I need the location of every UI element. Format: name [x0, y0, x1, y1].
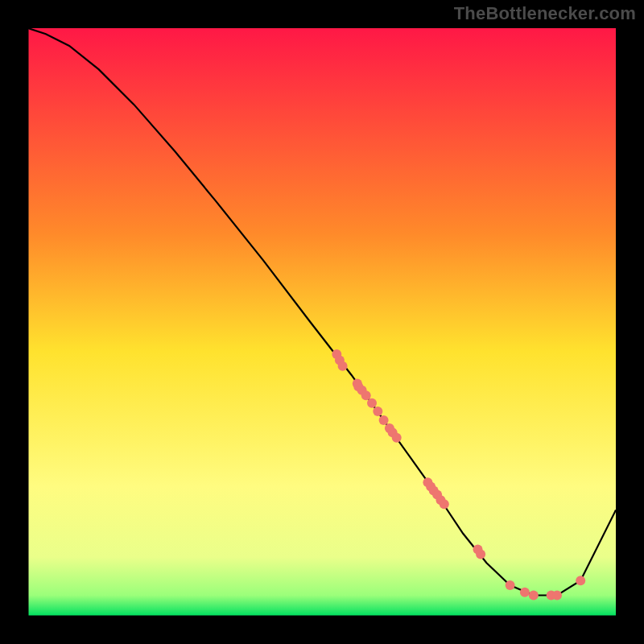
- scatter-point: [338, 361, 348, 371]
- plot-background: [28, 28, 616, 616]
- scatter-point: [552, 591, 562, 601]
- scatter-point: [361, 390, 371, 400]
- watermark-text: TheBottlenecker.com: [454, 3, 636, 24]
- scatter-point: [476, 549, 485, 559]
- scatter-point: [373, 407, 382, 416]
- scatter-point: [506, 580, 515, 590]
- scatter-point: [576, 576, 585, 585]
- scatter-point: [367, 398, 377, 408]
- scatter-point: [379, 415, 389, 425]
- chart-plot: [28, 28, 616, 616]
- scatter-point: [529, 591, 539, 601]
- chart-container: TheBottlenecker.com: [0, 0, 644, 644]
- scatter-point: [392, 433, 402, 443]
- scatter-point: [520, 588, 530, 597]
- scatter-point: [440, 499, 449, 509]
